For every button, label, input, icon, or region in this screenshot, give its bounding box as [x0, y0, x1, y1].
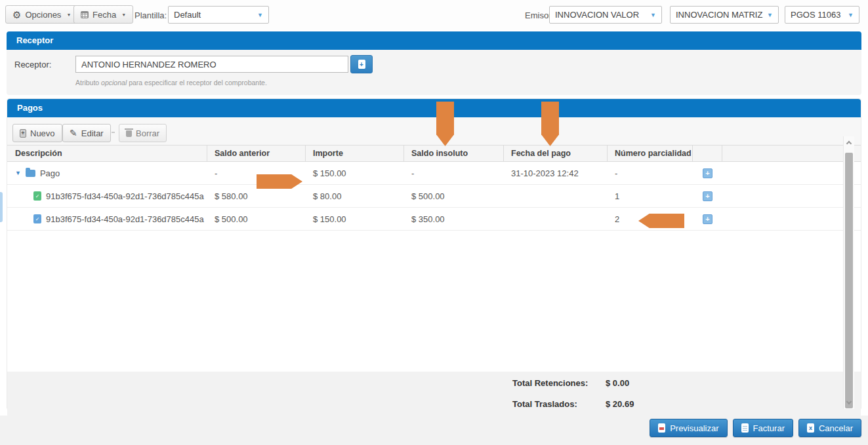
hint-text: para especificar el receptor del comprob…: [127, 79, 267, 87]
column-header-saldo-anterior[interactable]: Saldo anterior: [207, 145, 306, 161]
pagos-panel-header: Pagos: [7, 99, 861, 117]
hint-text: Atributo: [75, 79, 101, 87]
column-header-saldo-insoluto[interactable]: Saldo insoluto: [404, 145, 504, 161]
nuevo-label: Nuevo: [30, 128, 55, 138]
cancel-document-icon: [807, 423, 814, 433]
gear-icon: ⚙: [12, 10, 21, 20]
row-saldo-anterior: $ 500.00: [207, 208, 306, 230]
pagos-toolbar: Nuevo ✎ Editar Borrar: [7, 117, 861, 145]
plantilla-select[interactable]: Default ▼: [168, 6, 269, 24]
footer-buttons: Previsualizar Facturar Cancelar: [650, 419, 861, 437]
sucursal-value: INNOVACION MATRIZ: [676, 10, 762, 20]
previsualizar-label: Previsualizar: [670, 423, 718, 433]
pagos-panel: Pagos Nuevo ✎ Editar Borrar: [7, 98, 861, 410]
total-traslados-value: $ 20.69: [606, 399, 634, 409]
vertical-scrollbar[interactable]: [843, 136, 854, 409]
facturar-label: Facturar: [753, 423, 785, 433]
cancelar-button[interactable]: Cancelar: [798, 419, 861, 437]
plantilla-value: Default: [174, 10, 201, 20]
borrar-label: Borrar: [136, 128, 159, 138]
invoice-capture-page: ⚙ Opciones ▼ Fecha ▼ Plantilla: Default …: [0, 0, 868, 445]
expand-plus-icon[interactable]: +: [703, 168, 713, 178]
opciones-button[interactable]: ⚙ Opciones ▼: [5, 5, 78, 24]
row-descripcion: Pago: [40, 168, 60, 178]
plantilla-label: Plantilla:: [134, 0, 167, 30]
pdf-document-icon: [658, 423, 665, 433]
table-row[interactable]: ✓ 91b3f675-fd34-450a-92d1-736d785c445a $…: [7, 208, 861, 231]
folder-icon: [26, 170, 35, 177]
row-saldo-insoluto: -: [404, 162, 504, 184]
row-fecha-del-pago: 31-10-2023 12:42: [504, 162, 608, 184]
footer-bar: Previsualizar Facturar Cancelar: [0, 416, 868, 445]
table-header: Descripción Saldo anterior Importe Saldo…: [7, 145, 861, 162]
document-check-green-icon: ✓: [33, 191, 41, 201]
row-descripcion: 91b3f675-fd34-450a-92d1-736d785c445a: [46, 191, 204, 201]
document-check-blue-icon: ✓: [33, 214, 41, 223]
total-traslados-row: Total Traslados: $ 20.69: [512, 399, 634, 409]
total-retenciones-value: $ 0.00: [606, 378, 629, 388]
document-plus-icon: [20, 129, 26, 138]
toolbar-separator: [112, 132, 115, 133]
scroll-up-icon[interactable]: [846, 141, 852, 146]
receptor-input[interactable]: [75, 56, 348, 73]
cancelar-label: Cancelar: [819, 423, 853, 433]
receptor-panel-body: Receptor: Atributo opcional para especif…: [7, 50, 861, 95]
chevron-down-icon: ▼: [767, 12, 773, 18]
pencil-icon: ✎: [70, 128, 77, 138]
invoice-document-icon: [741, 423, 749, 433]
scrollbar-thumb[interactable]: [845, 153, 853, 408]
row-saldo-insoluto: $ 350.00: [404, 208, 504, 230]
column-header-numero-parcialidad[interactable]: Número parcialidad: [608, 145, 693, 161]
emisor-label: Emisor: [525, 0, 551, 30]
row-numero-parcialidad: -: [608, 162, 693, 184]
emisor-select[interactable]: INNOVACION VALOR ▼: [549, 6, 662, 24]
receptor-panel: Receptor Receptor: Atributo opcional par…: [7, 31, 861, 95]
hint-italic-text: opcional: [101, 79, 127, 87]
previsualizar-button[interactable]: Previsualizar: [650, 419, 727, 437]
row-saldo-insoluto: $ 500.00: [404, 185, 504, 207]
add-receptor-button[interactable]: [350, 55, 373, 73]
document-plus-icon: [358, 60, 365, 69]
row-descripcion: 91b3f675-fd34-450a-92d1-736d785c445a: [46, 214, 204, 224]
side-panel-handle[interactable]: [0, 192, 3, 222]
serie-select[interactable]: PGOS 11063 ▼: [785, 6, 859, 24]
chevron-down-icon: ▼: [257, 12, 263, 18]
expand-caret-icon[interactable]: ▼: [15, 170, 21, 176]
borrar-button[interactable]: Borrar: [119, 124, 167, 142]
sucursal-select[interactable]: INNOVACION MATRIZ ▼: [670, 6, 779, 24]
facturar-button[interactable]: Facturar: [733, 419, 793, 437]
chevron-down-icon: ▼: [66, 12, 71, 17]
row-fecha-del-pago: [504, 208, 608, 230]
chevron-down-icon: ▼: [848, 12, 854, 18]
chevron-down-icon: ▼: [650, 12, 656, 18]
receptor-panel-header: Receptor: [7, 31, 861, 50]
column-header-descripcion[interactable]: Descripción: [7, 145, 207, 161]
fecha-label: Fecha: [93, 10, 116, 20]
nuevo-button[interactable]: Nuevo: [12, 124, 62, 142]
row-fecha-del-pago: [504, 185, 608, 207]
total-traslados-label: Total Traslados:: [512, 399, 606, 409]
opciones-label: Opciones: [25, 10, 61, 20]
expand-plus-icon[interactable]: +: [703, 214, 713, 224]
row-numero-parcialidad: 1: [608, 185, 693, 207]
column-header-importe[interactable]: Importe: [306, 145, 404, 161]
row-importe: $ 150.00: [306, 162, 404, 184]
trash-icon: [126, 130, 132, 137]
table-row[interactable]: ✓ 91b3f675-fd34-450a-92d1-736d785c445a $…: [7, 185, 861, 208]
top-toolbar: ⚙ Opciones ▼ Fecha ▼ Plantilla: Default …: [0, 0, 868, 30]
row-importe: $ 150.00: [306, 208, 404, 230]
chevron-down-icon: ▼: [121, 12, 126, 17]
column-header-actions: [693, 145, 722, 161]
column-header-fecha-del-pago[interactable]: Fecha del pago: [504, 145, 608, 161]
calendar-icon: [81, 11, 89, 18]
total-retenciones-row: Total Retenciones: $ 0.00: [512, 378, 629, 388]
emisor-value: INNOVACION VALOR: [555, 10, 639, 20]
editar-button[interactable]: ✎ Editar: [62, 124, 111, 142]
row-importe: $ 80.00: [306, 185, 404, 207]
fecha-button[interactable]: Fecha ▼: [73, 5, 133, 24]
table-row[interactable]: ▼ Pago - $ 150.00 - 31-10-2023 12:42 - +: [7, 162, 861, 185]
total-retenciones-label: Total Retenciones:: [512, 378, 606, 388]
expand-plus-icon[interactable]: +: [703, 191, 713, 201]
receptor-hint: Atributo opcional para especificar el re…: [75, 79, 267, 87]
editar-label: Editar: [81, 128, 104, 138]
